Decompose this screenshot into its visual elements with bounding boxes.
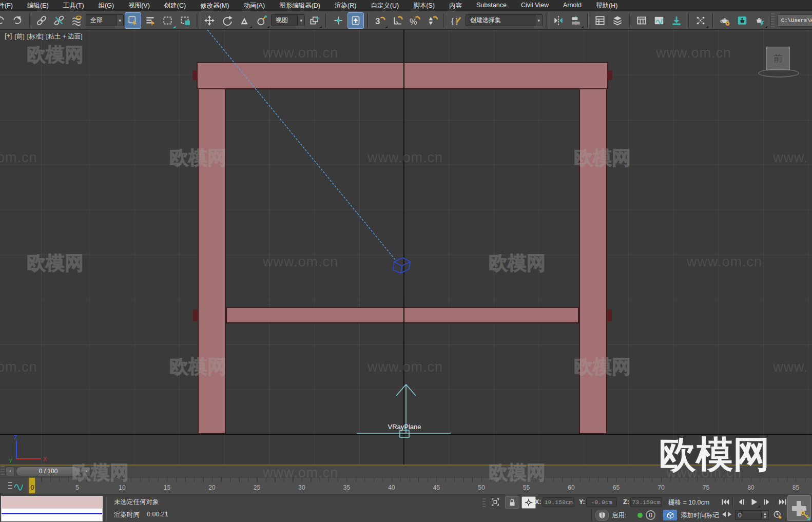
reference-coordinate-dropdown[interactable]: 视图▾ [271,14,305,26]
render-production-icon[interactable] [751,12,768,29]
menu-item-8[interactable]: 图形编辑器(D) [272,0,327,11]
time-tag-cube-icon[interactable] [663,510,677,520]
menu-item-16[interactable]: 帮助(H) [589,0,625,11]
next-frame-slider-button[interactable]: › [82,467,91,476]
maxscript-mini-listener[interactable] [1,508,103,521]
next-frame-button[interactable] [760,496,773,508]
menu-item-3[interactable]: 组(G) [91,0,122,11]
select-object-icon[interactable] [125,12,141,29]
menu-item-9[interactable]: 渲染(R) [327,0,363,11]
dummy-helper-wireframe[interactable] [393,258,410,273]
select-and-rotate-icon[interactable] [219,12,235,29]
curve-editor-icon[interactable] [651,12,667,29]
select-and-move-icon[interactable] [201,12,218,29]
current-frame-spinner[interactable]: 0 ▲▼ [735,510,769,520]
x-coord-field[interactable]: 19.158cm [543,497,574,507]
play-animation-button[interactable] [747,496,760,508]
z-coord-field[interactable]: 73.159cm [630,497,662,507]
viewport-menu-view[interactable]: [前] [14,32,24,41]
menu-item-13[interactable]: Substance [469,0,514,11]
select-and-manipulate-icon[interactable] [330,12,346,29]
previous-frame-button[interactable] [734,496,747,508]
select-by-name-icon[interactable] [142,12,159,29]
mini-curve-editor-icon[interactable] [7,480,28,492]
menu-item-12[interactable]: 内容 [442,0,469,11]
ribbon-toggle-icon[interactable] [633,12,650,29]
absolute-mode-transform-icon[interactable] [521,496,536,509]
use-pivot-center-icon[interactable] [306,12,322,29]
viewcube-compass-ring [758,69,799,78]
project-folder-dropdown[interactable]: C:\Users\Han\Documents\3ds Max 2022▾ [777,14,812,27]
menu-item-14[interactable]: Civil View [514,0,556,11]
spinner-arrows[interactable]: ▲▼ [761,511,768,519]
align-icon[interactable] [568,12,584,29]
render-setup-icon[interactable] [717,12,733,29]
undo-icon[interactable] [0,12,8,29]
divider [659,509,660,520]
chevron-down-icon[interactable]: ▾ [535,15,542,26]
y-coord-field[interactable]: -0.0cm [586,497,617,507]
bind-to-spacewarp-icon[interactable] [68,12,85,29]
previous-frame-slider-button[interactable]: ‹ [6,467,15,476]
time-slider-grip[interactable] [1,466,5,476]
playback-controls [719,496,789,508]
select-and-place-icon[interactable] [254,12,270,29]
menu-item-5[interactable]: 创建(C) [157,0,193,11]
toolbar-separator [587,13,589,28]
ruler-label-5: 5 [75,484,79,491]
chevron-down-icon[interactable]: ▾ [297,15,304,26]
schematic-view-icon[interactable] [668,12,685,29]
menu-item-11[interactable]: 脚本(S) [406,0,442,11]
set-key-button[interactable] [787,495,811,521]
maxscript-macro-recorder[interactable] [1,496,103,509]
menu-item-4[interactable]: 视图(V) [121,0,157,11]
chevron-down-icon[interactable]: ▾ [116,15,123,26]
menu-item-15[interactable]: Arnold [556,0,589,11]
menu-item-6[interactable]: 修改器(M) [193,0,236,11]
slate-material-editor-icon[interactable] [692,12,709,29]
selection-lock-icon[interactable] [505,496,519,509]
add-time-tag[interactable]: 添加时间标记 [681,511,719,520]
track-bar[interactable]: 0510152025303540455055606570758085 [0,477,812,494]
frame-step-arrows[interactable] [722,511,732,517]
percent-snap-icon[interactable]: % [407,12,423,29]
time-slider[interactable]: 0 / 100 [16,467,81,476]
angle-snap-icon[interactable] [389,12,405,29]
toolbar-separator [712,13,713,28]
keyboard-shortcut-override-icon[interactable] [347,12,364,29]
time-configuration-icon[interactable] [771,509,784,520]
blocked-commands-badge[interactable]: 0 [646,510,655,520]
reference-coordinate-dropdown-label: 视图 [276,16,288,25]
unlink-icon[interactable] [51,12,67,29]
selection-filter-dropdown[interactable]: 全部▾ [86,14,124,26]
flyout-corner [581,26,584,28]
x-coord-label: X: [535,498,542,506]
scene-security-shield-icon[interactable] [595,510,609,521]
viewport-menu-general[interactable]: [+] [5,32,12,41]
ruler-label-60: 60 [568,484,574,491]
menu-item-1[interactable]: 编辑(E) [20,0,56,11]
front-viewport[interactable]: [+] [前] [标准] [粘土 + 边面] VRayPlane 前 [0,30,812,465]
rectangular-selection-region-icon[interactable] [160,12,176,29]
menu-item-2[interactable]: 工具(T) [56,0,91,11]
isolate-selection-icon[interactable] [489,496,502,508]
layer-explorer-icon[interactable] [609,12,626,29]
viewcube[interactable]: 前 [766,47,790,70]
named-selection-sets-dropdown[interactable]: 创建选择集▾ [466,14,543,26]
menu-item-0[interactable]: 文件(F) [0,0,20,11]
menu-item-7[interactable]: 动画(A) [236,0,272,11]
menu-item-10[interactable]: 自定义(U) [363,0,406,11]
snap-toggle-3d-icon[interactable]: 3 [372,12,388,29]
spinner-snap-icon[interactable] [424,12,440,29]
edit-named-selection-sets-icon[interactable]: { } [448,12,465,29]
go-to-start-button[interactable] [719,496,731,508]
window-crossing-icon[interactable] [177,12,194,29]
scene-explorer-icon[interactable] [592,12,608,29]
viewport-menu-shading[interactable]: [粘土 + 边面] [46,32,83,41]
link-icon[interactable] [33,12,50,29]
redo-icon[interactable] [9,12,26,29]
select-and-scale-icon[interactable] [236,12,253,29]
mirror-icon[interactable] [550,12,567,29]
viewport-menu-standard[interactable]: [标准] [27,32,44,41]
rendered-frame-window-icon[interactable] [734,12,750,29]
